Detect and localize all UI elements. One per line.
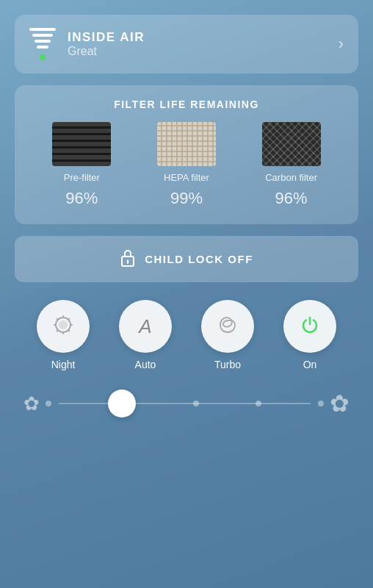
carbon-filter-percent: 96% (275, 189, 308, 208)
fan-high-icon: ✿ (330, 390, 350, 417)
power-icon (300, 315, 320, 338)
turbo-mode-circle (201, 300, 254, 353)
night-mode-circle (37, 300, 90, 353)
speed-slider-area[interactable] (46, 390, 324, 417)
air-bar-4 (37, 46, 48, 49)
turbo-mode-label: Turbo (214, 359, 241, 370)
hepa-filter-thumbnail (157, 122, 216, 166)
auto-mode-circle: A (119, 300, 172, 353)
carbon-filter-thumbnail (262, 122, 321, 166)
filters-row: Pre-filter 96% HEPA filter 99% Carbon fi… (29, 122, 344, 208)
speed-line (59, 403, 311, 404)
night-mode-label: Night (51, 359, 76, 370)
hepa-filter-name: HEPA filter (164, 172, 209, 183)
svg-point-4 (59, 320, 68, 329)
inside-air-status: Great (68, 45, 145, 58)
speed-row: ✿ ✿ (15, 382, 358, 417)
air-bar-1 (29, 28, 56, 31)
svg-line-12 (57, 330, 58, 331)
speed-dot-4 (256, 401, 261, 406)
speed-dot-3 (193, 401, 199, 406)
lock-icon (120, 248, 136, 270)
speed-dot-1 (46, 401, 51, 406)
air-quality-icon (29, 28, 56, 60)
child-lock-button[interactable]: CHILD LOCK OFF (15, 236, 358, 282)
svg-line-10 (68, 330, 69, 331)
turbo-mode-button[interactable]: Turbo (201, 300, 254, 370)
child-lock-label: CHILD LOCK OFF (145, 253, 253, 265)
power-mode-button[interactable]: On (283, 300, 336, 370)
pre-filter-percent: 96% (65, 189, 98, 208)
speed-track (46, 390, 324, 417)
turbo-icon (217, 315, 238, 338)
inside-air-left: INSIDE AIR Great (29, 28, 145, 60)
air-bar-3 (35, 40, 51, 43)
pre-filter-name: Pre-filter (64, 172, 100, 183)
filter-life-title: FILTER LIFE REMAINING (29, 98, 344, 110)
fan-low-icon: ✿ (23, 392, 40, 415)
hepa-filter-percent: 99% (170, 189, 203, 208)
chevron-right-icon: › (338, 35, 344, 54)
auto-icon: A (139, 315, 151, 338)
speed-dot-5 (318, 401, 324, 406)
power-mode-circle (283, 300, 336, 353)
inside-air-text: INSIDE AIR Great (68, 30, 145, 58)
svg-line-11 (68, 319, 69, 320)
filter-life-card: FILTER LIFE REMAINING Pre-filter 96% HEP… (15, 85, 358, 224)
night-mode-button[interactable]: Night (37, 300, 90, 370)
svg-line-9 (57, 319, 58, 320)
night-icon (53, 315, 73, 338)
hepa-filter-item: HEPA filter 99% (157, 122, 216, 208)
main-container: INSIDE AIR Great › FILTER LIFE REMAINING… (0, 0, 373, 588)
mode-buttons-row: Night A Auto Turbo (15, 294, 358, 370)
pre-filter-thumbnail (52, 122, 111, 166)
inside-air-title: INSIDE AIR (68, 30, 145, 45)
power-mode-label: On (303, 359, 317, 370)
auto-mode-button[interactable]: A Auto (119, 300, 172, 370)
speed-dot-active[interactable] (108, 390, 136, 417)
air-bar-2 (32, 34, 53, 37)
auto-mode-label: Auto (135, 359, 156, 370)
green-status-dot (40, 54, 46, 60)
pre-filter-item: Pre-filter 96% (52, 122, 111, 208)
carbon-filter-item: Carbon filter 96% (262, 122, 321, 208)
inside-air-card[interactable]: INSIDE AIR Great › (15, 15, 358, 74)
carbon-filter-name: Carbon filter (265, 172, 317, 183)
